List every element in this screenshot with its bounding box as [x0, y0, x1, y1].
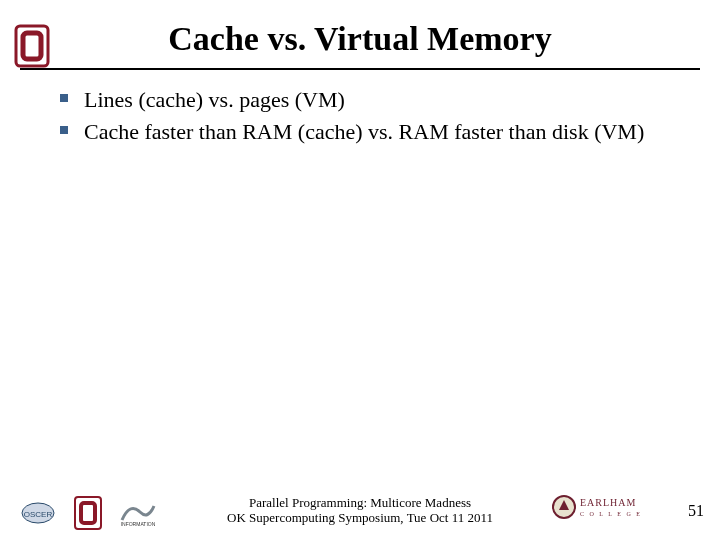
bullet-text: Cache faster than RAM (cache) vs. RAM fa… — [84, 119, 644, 144]
footer-logos-left: OSCER INFORMATION — [18, 498, 158, 528]
ou-logo-footer — [68, 498, 108, 528]
page-number: 51 — [688, 502, 704, 520]
footer-line-1: Parallel Programming: Multicore Madness — [227, 495, 493, 511]
footer-text: Parallel Programming: Multicore Madness … — [227, 495, 493, 526]
svg-text:C O L L E G E: C O L L E G E — [580, 511, 642, 517]
svg-text:INFORMATION: INFORMATION — [121, 521, 156, 527]
bullet-list: Lines (cache) vs. pages (VM) Cache faste… — [60, 86, 680, 149]
oscer-logo: OSCER — [18, 498, 58, 528]
square-bullet-icon — [60, 94, 68, 102]
it-logo: INFORMATION — [118, 498, 158, 528]
earlham-logo: EARLHAM C O L L E G E — [550, 492, 650, 522]
slide-title: Cache vs. Virtual Memory — [0, 20, 720, 58]
svg-rect-5 — [81, 503, 95, 523]
slide-footer: OSCER INFORMATION Parallel Programming: … — [0, 484, 720, 530]
bullet-text: Lines (cache) vs. pages (VM) — [84, 87, 345, 112]
title-underline — [20, 68, 700, 70]
footer-line-2: OK Supercomputing Symposium, Tue Oct 11 … — [227, 510, 493, 526]
svg-text:OSCER: OSCER — [24, 510, 53, 519]
square-bullet-icon — [60, 126, 68, 134]
svg-text:EARLHAM: EARLHAM — [580, 497, 636, 508]
bullet-item: Lines (cache) vs. pages (VM) — [60, 86, 680, 114]
bullet-item: Cache faster than RAM (cache) vs. RAM fa… — [60, 118, 680, 146]
